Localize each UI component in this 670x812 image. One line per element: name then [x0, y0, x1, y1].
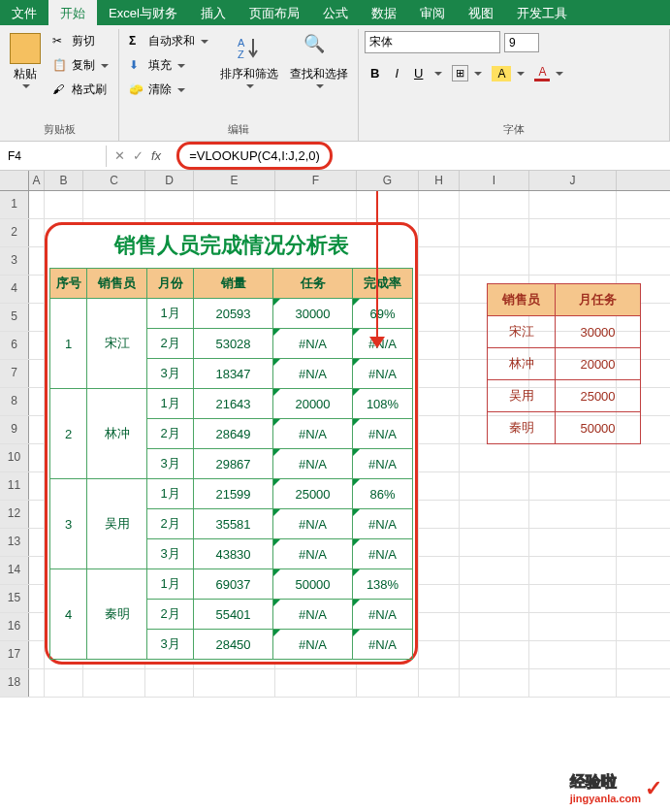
cell-vol[interactable]: 35581 [194, 509, 273, 539]
cell-vol[interactable]: 28450 [194, 630, 273, 660]
cell-task[interactable]: #N/A [273, 509, 353, 539]
cell-I14[interactable] [460, 557, 529, 584]
cell-H18[interactable] [419, 669, 460, 697]
sort-filter-button[interactable]: AZ 排序和筛选 [216, 31, 282, 90]
cell-F1[interactable] [275, 191, 357, 218]
col-header-G[interactable]: G [357, 171, 419, 190]
tab-开始[interactable]: 开始 [48, 0, 97, 25]
cell-J11[interactable] [529, 472, 617, 500]
cell-name[interactable]: 林冲 [87, 389, 147, 479]
cell-H1[interactable] [419, 191, 460, 218]
cell-A2[interactable] [29, 219, 45, 246]
row-header-5[interactable]: 5 [0, 304, 29, 331]
cell-name[interactable]: 秦明 [87, 569, 147, 660]
tab-页面布局[interactable]: 页面布局 [238, 0, 311, 25]
cell-A4[interactable] [29, 276, 45, 303]
row-header-10[interactable]: 10 [0, 444, 29, 471]
cell-A8[interactable] [29, 388, 45, 415]
cell-task[interactable]: #N/A [273, 600, 353, 630]
cell-A17[interactable] [29, 641, 45, 668]
cell-A3[interactable] [29, 247, 45, 275]
cell-vol[interactable]: 43830 [194, 539, 273, 569]
cell-H15[interactable] [419, 585, 460, 612]
cell-vol[interactable]: 29867 [194, 449, 273, 479]
cell-A11[interactable] [29, 472, 45, 500]
cell-H13[interactable] [419, 529, 460, 556]
cell-vol[interactable]: 18347 [194, 359, 273, 389]
cell-rate[interactable]: #N/A [353, 600, 413, 630]
row-header-11[interactable]: 11 [0, 472, 29, 500]
row-header-18[interactable]: 18 [0, 669, 29, 697]
cell-J2[interactable] [529, 219, 617, 246]
cell-J12[interactable] [529, 501, 617, 528]
cell-task[interactable]: #N/A [273, 419, 353, 449]
cell-I17[interactable] [460, 641, 529, 668]
lookup-task[interactable]: 30000 [556, 316, 641, 348]
row-header-2[interactable]: 2 [0, 219, 29, 246]
cell-G18[interactable] [357, 669, 419, 697]
cell-J14[interactable] [529, 557, 617, 584]
tab-视图[interactable]: 视图 [457, 0, 505, 25]
cell-H6[interactable] [419, 332, 460, 359]
cell-task[interactable]: 30000 [273, 299, 353, 329]
cell-month[interactable]: 2月 [147, 419, 194, 449]
cell-rate[interactable]: #N/A [353, 539, 413, 569]
cell-I3[interactable] [460, 247, 529, 275]
cell-task[interactable]: #N/A [273, 449, 353, 479]
border-button[interactable]: ⊞ [452, 65, 468, 81]
clear-button[interactable]: 清除 [125, 80, 212, 100]
cell-month[interactable]: 1月 [147, 569, 194, 600]
col-header-H[interactable]: H [419, 171, 460, 190]
cell-task[interactable]: #N/A [273, 359, 353, 389]
row-header-13[interactable]: 13 [0, 529, 29, 556]
cell-A6[interactable] [29, 332, 45, 359]
cell-J16[interactable] [529, 613, 617, 640]
cell-vol[interactable]: 53028 [194, 329, 273, 359]
cell-J18[interactable] [529, 669, 617, 697]
lookup-name[interactable]: 吴用 [488, 380, 556, 412]
cell-I16[interactable] [460, 613, 529, 640]
cell-task[interactable]: #N/A [273, 329, 353, 359]
tab-数据[interactable]: 数据 [360, 0, 408, 25]
cell-vol[interactable]: 69037 [194, 569, 273, 600]
find-select-button[interactable]: 查找和选择 [286, 31, 352, 90]
fill-button[interactable]: 填充 [125, 55, 212, 76]
cell-A9[interactable] [29, 416, 45, 443]
cell-I15[interactable] [460, 585, 529, 612]
lookup-name[interactable]: 宋江 [488, 316, 556, 348]
lookup-name[interactable]: 林冲 [488, 348, 556, 380]
cell-vol[interactable]: 55401 [194, 600, 273, 630]
cell-A14[interactable] [29, 557, 45, 584]
row-header-8[interactable]: 8 [0, 388, 29, 415]
cell-D18[interactable] [145, 669, 194, 697]
cell-month[interactable]: 2月 [147, 600, 194, 630]
cell-J1[interactable] [529, 191, 617, 218]
cell-J13[interactable] [529, 529, 617, 556]
tab-Excel与财务[interactable]: Excel与财务 [97, 0, 189, 25]
font-color-button[interactable]: A [534, 65, 550, 81]
cell-rate[interactable]: 138% [353, 569, 413, 600]
cell-month[interactable]: 3月 [147, 539, 194, 569]
cell-rate[interactable]: 86% [353, 479, 413, 509]
cell-G1[interactable] [357, 191, 419, 218]
row-header-3[interactable]: 3 [0, 247, 29, 275]
cell-C18[interactable] [83, 669, 145, 697]
select-all-corner[interactable] [0, 171, 29, 190]
bold-button[interactable]: B [365, 63, 385, 83]
tab-插入[interactable]: 插入 [189, 0, 238, 25]
cell-I1[interactable] [460, 191, 529, 218]
cell-vol[interactable]: 20593 [194, 299, 273, 329]
cell-H11[interactable] [419, 472, 460, 500]
cell-J15[interactable] [529, 585, 617, 612]
paste-button[interactable]: 粘贴 [6, 31, 45, 90]
cell-C1[interactable] [83, 191, 145, 218]
cell-B1[interactable] [45, 191, 83, 218]
fill-color-button[interactable]: A [492, 66, 511, 81]
col-header-D[interactable]: D [145, 171, 194, 190]
italic-button[interactable]: I [389, 63, 404, 83]
cell-month[interactable]: 3月 [147, 359, 194, 389]
cell-num[interactable]: 1 [50, 299, 87, 389]
lookup-task[interactable]: 20000 [556, 348, 641, 380]
cancel-formula-button[interactable]: ✕ [114, 148, 125, 163]
row-header-9[interactable]: 9 [0, 416, 29, 443]
